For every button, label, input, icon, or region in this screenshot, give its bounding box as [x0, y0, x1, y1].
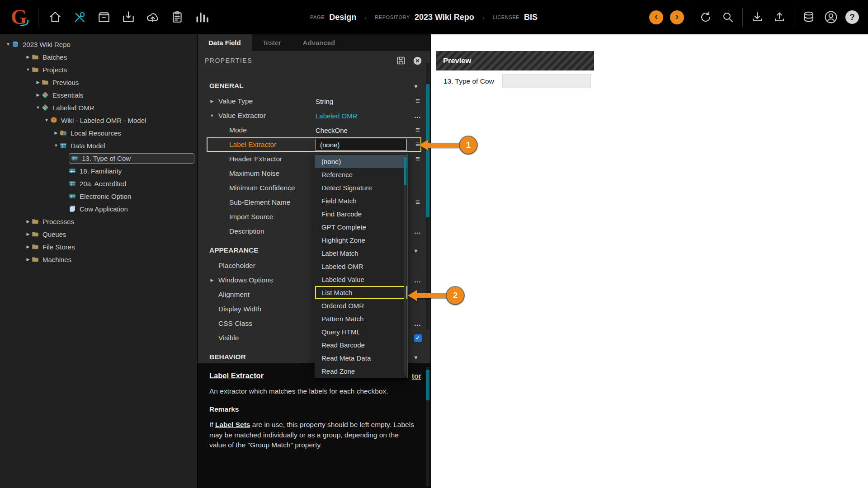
home-icon[interactable]	[47, 9, 63, 25]
tree-item-processes[interactable]: Processes	[0, 215, 197, 228]
ellipsis-icon[interactable]	[414, 319, 422, 328]
page-value[interactable]: Design	[329, 13, 356, 22]
property-row-label-extractor[interactable]: Label Extractor (none)	[198, 137, 425, 152]
ellipsis-icon[interactable]	[414, 227, 422, 235]
expander-icon[interactable]	[43, 118, 50, 122]
tree-item-electronic-option[interactable]: Electronic Option	[0, 190, 197, 202]
help-icon[interactable]: ?	[845, 10, 859, 24]
ellipsis-icon[interactable]	[414, 276, 422, 284]
tab-tester[interactable]: Tester	[252, 34, 292, 51]
tree-item-wiki-model[interactable]: Wiki - Labeled OMR - Model	[0, 114, 197, 127]
dropdown-item-list-match[interactable]: List Match	[315, 286, 407, 299]
grooper-logo-icon[interactable]: G	[9, 5, 29, 30]
expander-icon[interactable]	[24, 219, 32, 224]
upload-icon[interactable]	[772, 9, 787, 25]
tree-item-labeled-omr[interactable]: Labeled OMR	[0, 101, 197, 114]
dropdown-item-pattern-match[interactable]: Pattern Match	[315, 312, 407, 325]
menu-icon[interactable]	[415, 155, 420, 164]
tab-data-field[interactable]: Data Field	[198, 34, 252, 51]
close-icon[interactable]	[411, 55, 423, 66]
tree-item-batches[interactable]: Batches	[0, 51, 197, 63]
dropdown-item-read-barcode[interactable]: Read Barcode	[315, 338, 407, 352]
expander-icon[interactable]	[208, 99, 216, 103]
expander-icon[interactable]	[52, 143, 60, 148]
tree-item-file-stores[interactable]: File Stores	[0, 240, 197, 253]
menu-icon[interactable]	[415, 97, 420, 106]
expander-icon[interactable]	[34, 80, 42, 84]
tree-item-local-resources[interactable]: Local Resources	[0, 127, 197, 139]
label-sets-link[interactable]: Label Sets	[215, 421, 250, 428]
refresh-icon[interactable]	[698, 9, 713, 25]
dropdown-item-detect-signature[interactable]: Detect Signature	[315, 181, 407, 194]
import-box-icon[interactable]	[121, 9, 136, 25]
section-general[interactable]: GENERAL	[198, 78, 425, 94]
tab-advanced[interactable]: Advanced	[292, 34, 346, 51]
dropdown-item-labeled-value[interactable]: Labeled Value	[315, 273, 407, 286]
chevron-down-icon[interactable]	[407, 353, 425, 361]
property-row-value-type[interactable]: Value Type String	[198, 94, 425, 108]
expander-icon[interactable]	[52, 131, 60, 135]
tree-item-repo[interactable]: 2023 Wiki Repo	[0, 38, 197, 51]
dropdown-item-find-barcode[interactable]: Find Barcode	[315, 207, 407, 221]
dropdown-item-none[interactable]: (none)	[315, 155, 407, 168]
dropdown-item-read-meta-data[interactable]: Read Meta Data	[315, 352, 407, 365]
save-icon[interactable]	[395, 55, 407, 66]
tasks-clipboard-icon[interactable]	[170, 9, 185, 25]
expander-icon[interactable]	[5, 42, 12, 47]
dropdown-item-query-html[interactable]: Query HTML	[315, 325, 407, 338]
property-row-value-extractor[interactable]: Value Extractor Labeled OMR	[198, 108, 425, 123]
ellipsis-icon[interactable]	[414, 112, 422, 120]
expander-icon[interactable]	[24, 55, 32, 59]
tree-item-type-of-cow[interactable]: 13. Type of Cow	[0, 152, 197, 164]
tree-item-accredited[interactable]: 20a. Accredited	[0, 177, 197, 190]
design-tools-icon[interactable]	[72, 9, 87, 25]
back-icon[interactable]: ‹	[649, 10, 663, 24]
download-icon[interactable]	[750, 9, 765, 25]
expander-icon[interactable]	[34, 105, 42, 110]
batches-icon[interactable]	[96, 9, 112, 25]
tree-item-previous[interactable]: Previous	[0, 76, 197, 89]
chevron-down-icon[interactable]	[407, 246, 425, 254]
scrollbar-thumb[interactable]	[426, 370, 429, 400]
dropdown-scrollbar[interactable]	[404, 156, 406, 375]
menu-icon[interactable]	[415, 126, 420, 135]
dropdown-item-ordered-omr[interactable]: Ordered OMR	[315, 299, 407, 312]
dropdown-item-field-match[interactable]: Field Match	[315, 194, 407, 207]
tree-item-queues[interactable]: Queues	[0, 228, 197, 240]
expander-icon[interactable]	[208, 113, 216, 118]
dropdown-item-label-match[interactable]: Label Match	[315, 247, 407, 260]
expander-icon[interactable]	[24, 257, 32, 262]
tree-item-data-model[interactable]: Data Model	[0, 139, 197, 152]
expander-icon[interactable]	[24, 244, 32, 249]
forward-icon[interactable]: ›	[670, 10, 684, 24]
dropdown-item-read-zone[interactable]: Read Zone	[315, 365, 407, 378]
scrollbar-thumb[interactable]	[404, 157, 406, 185]
expander-icon[interactable]	[24, 232, 32, 236]
tree-item-cow-application[interactable]: Cow Application	[0, 202, 197, 215]
expander-icon[interactable]	[34, 93, 42, 97]
expander-icon[interactable]	[24, 67, 32, 72]
dropdown-item-reference[interactable]: Reference	[315, 168, 407, 181]
preview-field-input[interactable]	[502, 74, 591, 88]
repository-value[interactable]: 2023 Wiki Repo	[415, 13, 474, 22]
tree-item-essentials[interactable]: Essentials	[0, 89, 197, 101]
dropdown-item-gpt-complete[interactable]: GPT Complete	[315, 221, 407, 234]
stats-chart-icon[interactable]	[194, 9, 209, 25]
tree-item-familiarity[interactable]: 18. Familiarity	[0, 164, 197, 177]
expander-icon[interactable]	[208, 278, 216, 282]
help-type-link[interactable]: tor	[412, 372, 421, 380]
label-extractor-editor[interactable]: (none)	[316, 139, 407, 151]
search-icon[interactable]	[720, 9, 736, 25]
visible-checkbox[interactable]	[414, 334, 422, 342]
cloud-upload-icon[interactable]	[145, 9, 160, 25]
help-scrollbar[interactable]	[426, 367, 429, 486]
dropdown-item-labeled-omr[interactable]: Labeled OMR	[315, 260, 407, 273]
chevron-down-icon[interactable]	[407, 82, 425, 90]
database-icon[interactable]	[801, 9, 816, 25]
property-row-mode[interactable]: Mode CheckOne	[198, 123, 425, 137]
tree-item-projects[interactable]: Projects	[0, 63, 197, 76]
tree-item-machines[interactable]: Machines	[0, 253, 197, 266]
menu-icon[interactable]	[415, 198, 420, 207]
user-account-icon[interactable]	[823, 9, 839, 25]
dropdown-item-highlight-zone[interactable]: Highlight Zone	[315, 234, 407, 247]
